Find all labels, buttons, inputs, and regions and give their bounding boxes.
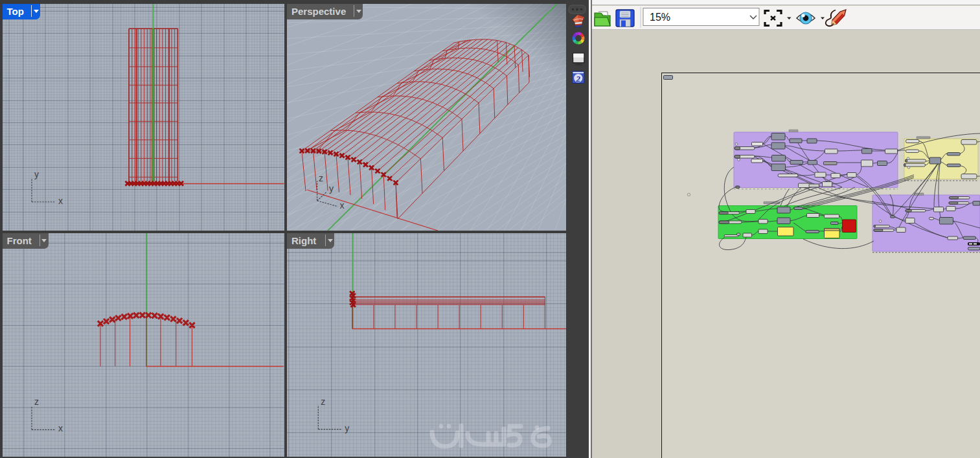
svg-text:z: z <box>319 173 323 183</box>
svg-text:x: x <box>58 423 63 433</box>
svg-text:y: y <box>329 183 334 194</box>
svg-text:y: y <box>345 423 349 433</box>
svg-text:y: y <box>34 169 39 179</box>
svg-text:z: z <box>321 396 325 407</box>
svg-text:x: x <box>58 196 63 206</box>
svg-text:x: x <box>340 200 345 211</box>
svg-text:z: z <box>34 396 39 407</box>
